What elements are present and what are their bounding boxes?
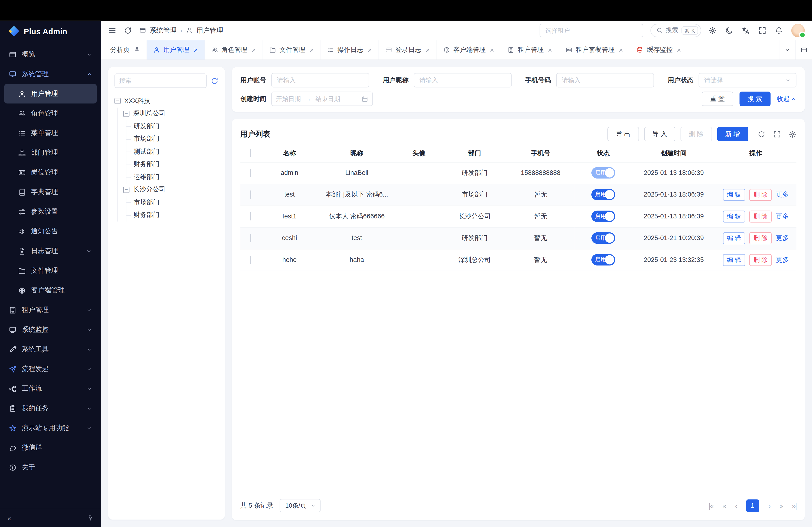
tree-node-department[interactable]: 财务部门 (132, 158, 218, 171)
sidebar-item-role-management[interactable]: 角色管理 (4, 104, 97, 123)
tree-refresh-icon[interactable] (211, 77, 218, 85)
close-icon[interactable] (548, 47, 553, 52)
tab-analysis[interactable]: 分析页 (104, 40, 147, 60)
last-page-button[interactable]: »| (792, 502, 796, 509)
collapse-toggle-icon[interactable]: − (123, 187, 129, 193)
status-toggle[interactable]: 启用 (591, 232, 615, 244)
tree-node-department[interactable]: 市场部门 (132, 133, 218, 146)
sidebar-item-system-tools[interactable]: 系统工具 (0, 340, 101, 359)
tab-user-management[interactable]: 用户管理 (147, 40, 205, 60)
sidebar-item-process-initiation[interactable]: 流程发起 (0, 359, 101, 379)
fullscreen-icon[interactable] (773, 130, 781, 138)
sidebar-item-about[interactable]: 关于 (0, 457, 101, 477)
close-icon[interactable] (251, 47, 256, 52)
close-icon[interactable] (676, 47, 681, 52)
tree-node-branch[interactable]: − 深圳总公司 (123, 107, 218, 120)
prev-group-button[interactable]: « (723, 502, 726, 509)
reset-button[interactable]: 重 置 (702, 91, 733, 106)
sidebar-item-client-management[interactable]: 客户端管理 (4, 281, 97, 300)
tree-node-department[interactable]: 财务部门 (132, 209, 218, 221)
edit-button[interactable]: 编 辑 (723, 254, 745, 266)
close-icon[interactable] (490, 47, 495, 52)
date-range-picker[interactable]: 开始日期 → 结束日期 (271, 91, 373, 106)
sidebar-item-menu-management[interactable]: 菜单管理 (4, 123, 97, 143)
sidebar-item-wechat-group[interactable]: 微信群 (0, 438, 101, 457)
tree-node-branch[interactable]: − 长沙分公司 (123, 183, 218, 196)
add-button[interactable]: 新 增 (717, 127, 749, 141)
more-link[interactable]: 更多 (776, 234, 789, 243)
import-button[interactable]: 导 入 (644, 127, 675, 141)
tenant-select-input[interactable] (539, 24, 643, 37)
user-avatar[interactable] (791, 24, 805, 37)
pin-icon[interactable] (133, 47, 140, 54)
tab-cache-monitor[interactable]: 缓存监控 (630, 40, 688, 60)
tab-list-dropdown-button[interactable] (779, 40, 795, 60)
sidebar-item-parameter-settings[interactable]: 参数设置 (4, 202, 97, 221)
tab-layout-button[interactable] (796, 40, 812, 60)
tab-tenant-package-management[interactable]: 租户套餐管理 (560, 40, 630, 60)
tree-node-department[interactable]: 运维部门 (132, 171, 218, 183)
brand-logo[interactable]: Plus Admin (0, 21, 101, 42)
sidebar-item-system-monitor[interactable]: 系统监控 (0, 320, 101, 340)
row-checkbox[interactable] (250, 212, 251, 221)
sidebar-item-workflow[interactable]: 工作流 (0, 379, 101, 398)
table-row[interactable]: test1 仅本人 密码666666 长沙分公司 暂无 启用 2025-01-1… (240, 205, 796, 227)
delete-row-button[interactable]: 删 除 (749, 254, 772, 266)
phone-input[interactable] (556, 73, 654, 88)
export-button[interactable]: 导 出 (607, 127, 639, 141)
table-row[interactable]: test 本部门及以下 密码6... 市场部门 暂无 启用 2025-01-13… (240, 184, 796, 205)
delete-row-button[interactable]: 删 除 (749, 210, 772, 222)
more-link[interactable]: 更多 (776, 255, 789, 264)
collapse-toggle-icon[interactable]: − (114, 98, 121, 104)
sidebar-item-my-tasks[interactable]: 我的任务 (0, 398, 101, 418)
more-link[interactable]: 更多 (776, 212, 789, 221)
tab-client-management[interactable]: 客户端管理 (437, 40, 502, 60)
delete-row-button[interactable]: 删 除 (749, 189, 772, 201)
breadcrumb-root[interactable]: 系统管理 (150, 26, 177, 35)
refresh-icon[interactable] (758, 130, 765, 138)
fullscreen-icon[interactable] (758, 26, 766, 34)
close-icon[interactable] (309, 47, 314, 52)
current-page-button[interactable]: 1 (746, 499, 759, 512)
sidebar-item-post-management[interactable]: 岗位管理 (4, 163, 97, 182)
tab-login-log[interactable]: 登录日志 (379, 40, 437, 60)
sidebar-item-tenant-management[interactable]: 租户管理 (0, 300, 101, 320)
table-row[interactable]: admin LinaBell 研发部门 15888888888 启用 2025-… (240, 162, 796, 184)
close-icon[interactable] (618, 47, 623, 52)
table-row[interactable]: ceshi test 研发部门 暂无 启用 2025-01-21 10:20:3… (240, 227, 796, 249)
sidebar-item-user-management[interactable]: 用户管理 (4, 84, 97, 104)
tree-node-department[interactable]: 研发部门 (132, 120, 218, 133)
pin-icon[interactable] (87, 514, 94, 521)
sidebar-item-department-management[interactable]: 部门管理 (4, 143, 97, 163)
sidebar-item-demo-features[interactable]: 演示站专用功能 (0, 418, 101, 438)
settings-gear-icon[interactable] (709, 26, 717, 34)
status-select[interactable]: 请选择 (698, 73, 796, 88)
page-size-select[interactable]: 10条/页 (280, 499, 320, 512)
close-icon[interactable] (425, 47, 430, 52)
global-search-button[interactable]: 搜索 ⌘ K (650, 24, 701, 37)
sidebar-item-file-management[interactable]: 文件管理 (4, 261, 97, 281)
row-checkbox[interactable] (250, 234, 251, 242)
edit-button[interactable]: 编 辑 (723, 210, 745, 222)
tab-role-management[interactable]: 角色管理 (205, 40, 263, 60)
sidebar-item-system-management[interactable]: 系统管理 (0, 64, 101, 84)
status-toggle[interactable]: 启用 (591, 167, 615, 179)
next-group-button[interactable]: » (780, 502, 783, 509)
search-button[interactable]: 搜 索 (739, 91, 770, 106)
notification-bell-icon[interactable] (775, 26, 783, 34)
close-icon[interactable] (193, 47, 198, 52)
sidebar-item-overview[interactable]: 概览 (0, 44, 101, 64)
collapse-filters-link[interactable]: 收起 (777, 94, 796, 103)
dark-mode-moon-icon[interactable] (725, 26, 733, 34)
collapse-toggle-icon[interactable]: − (123, 111, 129, 117)
sidebar-item-dict-management[interactable]: 字典管理 (4, 182, 97, 202)
prev-page-button[interactable]: ‹ (735, 502, 737, 509)
sidebar-item-notice[interactable]: 通知公告 (4, 222, 97, 241)
select-all-checkbox[interactable] (250, 149, 251, 157)
status-toggle[interactable]: 启用 (591, 211, 615, 222)
tree-node-department[interactable]: 市场部门 (132, 196, 218, 209)
sidebar-item-log-management[interactable]: 日志管理 (4, 241, 97, 261)
tree-search-input[interactable] (114, 74, 207, 88)
status-toggle[interactable]: 启用 (591, 189, 615, 200)
delete-button[interactable]: 删 除 (681, 127, 712, 141)
